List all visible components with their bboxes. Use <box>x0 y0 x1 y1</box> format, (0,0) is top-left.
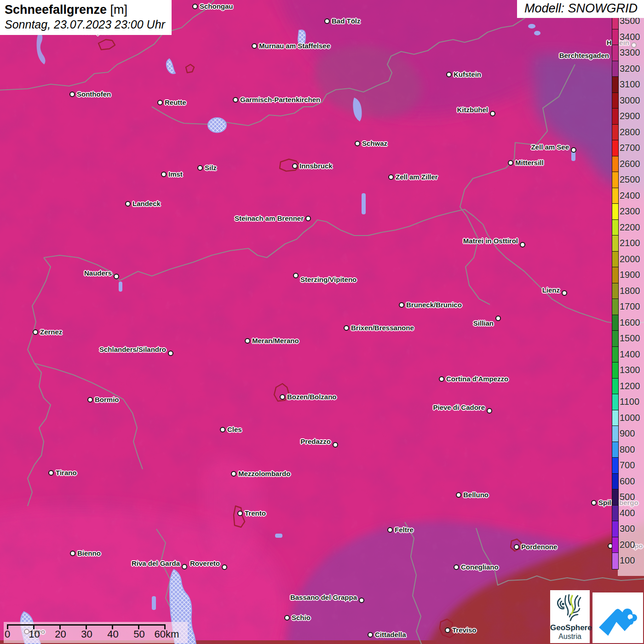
city-dot-icon <box>87 397 93 402</box>
legend-value-label: 500 <box>620 492 635 502</box>
city-label: Silz <box>205 164 217 172</box>
legend-value-label: 2200 <box>620 222 640 232</box>
city-label: Sillian <box>473 319 494 327</box>
city-dot-icon <box>344 325 349 331</box>
legend-value-label: 3100 <box>620 79 640 90</box>
title-box: Schneefallgrenze [m] Sonntag, 23.07.2023… <box>0 0 172 35</box>
legend-color-segment <box>612 331 618 347</box>
city-label: Landeck <box>132 200 161 207</box>
legend-value-label: 1300 <box>620 365 640 375</box>
legend-value-label: 2500 <box>620 174 640 185</box>
legend-value-label: 2100 <box>620 238 640 248</box>
city-dot-icon <box>388 174 394 180</box>
legend-value-label: 2400 <box>620 190 640 201</box>
city-label: Mezzolombardo <box>238 470 290 477</box>
city-label: Kufstein <box>454 70 481 78</box>
city-label: Meran/Merano <box>252 337 299 345</box>
legend-color-segment <box>612 140 618 156</box>
legend-value-label: 3200 <box>620 63 640 74</box>
city-label: Tirano <box>56 469 77 477</box>
city-label: Reutte <box>165 98 186 106</box>
city-label: Bienno <box>77 549 101 557</box>
city-dot-icon <box>237 511 243 516</box>
city-label: Berchtesgaden <box>559 52 609 59</box>
city-dot-icon <box>33 329 38 335</box>
legend-color-segment <box>612 521 618 537</box>
legend-value-label: 1900 <box>620 270 640 280</box>
legend-color-segment <box>612 410 618 426</box>
map-datetime: Sonntag, 23.07.2023 23:00 Uhr <box>5 18 165 31</box>
city-label: Conegliano <box>461 563 499 571</box>
legend-color-segment <box>612 458 618 474</box>
geosphere-logo-country: Austria <box>550 632 590 641</box>
legend-color-segment <box>612 506 618 522</box>
city-label: Treviso <box>452 626 477 634</box>
legend-color-segment <box>612 45 618 61</box>
legend-color-segment <box>612 394 618 410</box>
city-dot-icon <box>305 216 311 221</box>
legend-value-label: 800 <box>620 444 635 454</box>
city-label: Bruneck/Brunico <box>406 301 462 309</box>
city-dot-icon <box>387 527 393 533</box>
city-dot-icon <box>445 627 450 633</box>
legend-color-segment <box>612 29 618 46</box>
city-label: Pieve di Cadore <box>433 403 485 411</box>
city-label: Pordenone <box>521 543 557 551</box>
legend-color-segment <box>612 204 618 220</box>
city-label: Murnau am Staffelsee <box>259 42 330 50</box>
city-label: Sterzing/Vipiteno <box>300 276 356 283</box>
legend-color-segment <box>612 252 618 268</box>
legend-color-segment <box>612 267 618 283</box>
city-dot-icon <box>182 564 187 569</box>
city-label: Trento <box>245 509 266 517</box>
legend-value-label: 100 <box>620 555 635 566</box>
legend-value-label: 3400 <box>620 31 640 42</box>
city-label: Belluno <box>463 491 489 499</box>
scalebar-label: 50 <box>133 628 144 640</box>
city-dot-icon <box>514 544 519 550</box>
legend-color-segment <box>612 553 618 569</box>
city-dot-icon <box>439 376 444 382</box>
legend-color-segment <box>612 474 618 490</box>
city-label: Schwaz <box>362 139 387 147</box>
legend-color-segment <box>612 109 618 125</box>
city-label: Zernez <box>40 328 62 336</box>
city-label: Riva del Garda <box>132 559 180 567</box>
legend-color-segment <box>612 156 618 172</box>
city-label: Zell am Ziller <box>396 173 438 181</box>
city-label: Bassano del Grappa <box>290 593 357 601</box>
city-dot-icon <box>454 564 459 570</box>
legend-color-segment <box>612 347 618 363</box>
city-label: Sonthofen <box>77 90 111 98</box>
snow-report-logo-box <box>592 592 643 643</box>
city-label: Bad Tölz <box>332 17 361 25</box>
legend-value-label: 3000 <box>620 95 640 105</box>
city-label: Steinach am Brenner <box>235 214 304 222</box>
legend-color-segment <box>612 188 618 204</box>
city-label: Schio <box>292 614 310 621</box>
city-label: Cortina d'Ampezzo <box>446 375 508 383</box>
scalebar-label: 20 <box>55 628 66 640</box>
legend-value-label: 1700 <box>620 301 640 312</box>
city-label: Bormio <box>95 396 119 403</box>
city-dot-icon <box>69 92 75 97</box>
city-label: Schlanders/Silandro <box>99 345 166 353</box>
map-title: Schneefallgrenze [m] <box>5 3 165 17</box>
city-dot-icon <box>355 141 360 146</box>
title-parameter: Schneefallgrenze <box>5 3 107 17</box>
legend-value-label: 400 <box>620 507 635 518</box>
city-dot-icon <box>70 551 75 556</box>
city-dot-icon <box>591 500 597 506</box>
city-dot-icon <box>157 100 163 105</box>
city-label: Innsbruck <box>299 162 333 170</box>
snow-report-logo-icon <box>592 592 643 643</box>
city-dot-icon <box>359 598 364 603</box>
legend-value-label: 2300 <box>620 206 640 217</box>
legend-color-segment <box>612 93 618 109</box>
model-label: Modell: SNOWGRID <box>517 0 644 18</box>
city-label: Rovereto <box>190 559 220 567</box>
legend-value-label: 900 <box>620 428 635 439</box>
city-dot-icon <box>487 408 492 414</box>
legend-value-label: 2600 <box>620 158 640 169</box>
city-dot-icon <box>125 201 131 207</box>
